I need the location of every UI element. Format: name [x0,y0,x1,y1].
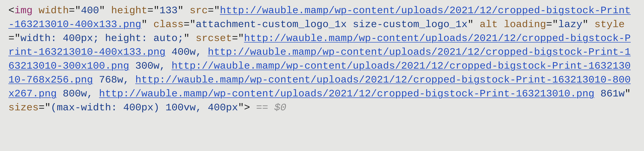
quote: " [214,5,220,16]
attr-width-name[interactable]: width [38,5,69,16]
space [498,19,504,30]
equals: = [546,19,552,30]
equals: = [8,33,14,44]
equals: = [208,5,214,16]
space [105,5,111,16]
attr-loading-name[interactable]: loading [504,19,546,30]
angle-bracket-open: < [8,5,14,16]
srcset-desc-4: 861w [600,88,625,99]
srcset-desc-0: 400w [172,46,196,58]
quote: " [99,5,105,16]
space [147,19,153,30]
quote: " [14,33,20,44]
quote: " [45,102,51,113]
attr-alt-name[interactable]: alt [480,19,498,30]
space [57,88,63,99]
quote: " [625,88,631,99]
attr-style-value[interactable]: width: 400px; height: auto; [20,33,184,44]
quote: " [184,33,190,44]
space [129,60,135,72]
tag-name: img [14,5,32,16]
attr-sizes-value[interactable]: (max-width: 400px) 100vw, 400px [51,102,238,113]
attr-style-name[interactable]: style [594,19,625,30]
equals: = [69,5,75,16]
attr-loading-value[interactable]: lazy [558,19,582,30]
equals: = [38,102,45,113]
attr-class-name[interactable]: class [153,19,184,30]
quote: " [238,102,244,113]
srcset-url-4[interactable]: http://wauble.mamp/wp-content/uploads/20… [99,88,594,99]
comma: , [160,60,172,72]
quote: " [238,33,244,44]
quote: " [75,5,81,16]
srcset-desc-1: 300w [135,60,160,72]
space [190,33,196,44]
quote: " [552,19,558,30]
quote: " [468,19,474,30]
comma: , [87,88,99,99]
quote: " [141,19,147,30]
space [166,46,172,58]
devtools-element-html[interactable]: <img width="400" height="133" src="http:… [8,4,636,115]
equals: = [232,33,238,44]
comma: , [196,46,208,58]
attr-sizes-name[interactable]: sizes [8,102,38,113]
quote: " [582,19,588,30]
attr-width-value[interactable]: 400 [81,5,99,16]
attr-height-name[interactable]: height [111,5,147,16]
srcset-desc-2: 768w [99,74,123,86]
space [474,19,480,30]
space [93,74,99,86]
space [594,88,600,99]
attr-srcset-name[interactable]: srcset [196,33,232,44]
quote: " [190,19,196,30]
quote: " [153,5,160,16]
quote: " [178,5,184,16]
selected-node-marker: == $0 [250,102,286,113]
space [184,5,190,16]
attr-height-value[interactable]: 133 [160,5,178,16]
space [32,5,38,16]
equals: = [184,19,190,30]
attr-class-value[interactable]: attachment-custom_logo_1x size-custom_lo… [196,19,468,30]
srcset-desc-3: 800w [63,88,87,99]
equals: = [147,5,153,16]
angle-bracket-close: > [244,102,250,113]
comma: , [123,74,135,86]
attr-src-name[interactable]: src [190,5,208,16]
space [588,19,594,30]
